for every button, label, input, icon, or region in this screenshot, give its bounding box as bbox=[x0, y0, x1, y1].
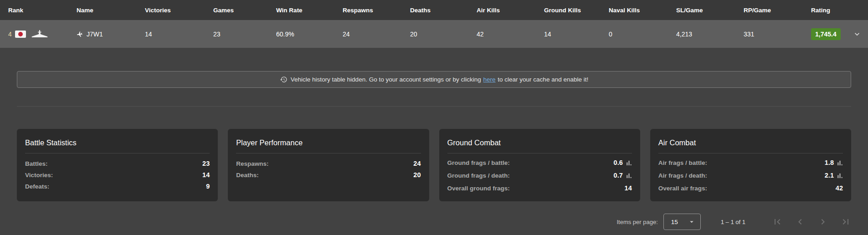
chevron-down-icon bbox=[853, 30, 862, 39]
stat-label: Ground frags / death: bbox=[447, 172, 510, 179]
stat-row-air-frags-battle: Air frags / battle: 1.8 bbox=[658, 159, 843, 166]
last-page-icon bbox=[840, 216, 851, 227]
previous-page-button[interactable] bbox=[795, 216, 806, 227]
items-per-page-label: Items per page: bbox=[616, 219, 657, 225]
items-per-page-select[interactable]: 15 bbox=[663, 214, 701, 230]
rating-badge: 1,745.4 bbox=[811, 28, 841, 40]
stat-row-defeats: Defeats: 9 bbox=[25, 183, 210, 190]
pagination-buttons bbox=[760, 216, 851, 227]
stat-value: 14 bbox=[625, 184, 632, 192]
col-header-air-kills[interactable]: Air Kills bbox=[477, 7, 544, 14]
stat-row-respawns: Respawns: 24 bbox=[236, 160, 421, 167]
notice-text-before: Vehicle history table hidden. Go to your… bbox=[291, 76, 481, 83]
col-header-victories[interactable]: Victories bbox=[145, 7, 213, 14]
first-page-icon bbox=[772, 216, 783, 227]
stat-label: Deaths: bbox=[236, 172, 259, 179]
stat-row-ground-frags-battle: Ground frags / battle: 0.6 bbox=[447, 159, 632, 166]
notice-text-after: to clear your cache and enable it! bbox=[498, 76, 588, 83]
bar-chart-icon[interactable] bbox=[837, 173, 843, 179]
col-header-ground-kills[interactable]: Ground Kills bbox=[544, 7, 609, 14]
col-header-games[interactable]: Games bbox=[213, 7, 276, 14]
naval-kills-value: 0 bbox=[609, 31, 676, 38]
stat-value: 24 bbox=[413, 160, 421, 167]
paginator: Items per page: 15 1 – 1 of 1 bbox=[17, 210, 851, 234]
chevron-left-icon bbox=[795, 216, 806, 227]
card-title: Air Combat bbox=[658, 134, 843, 153]
stat-row-deaths: Deaths: 20 bbox=[236, 171, 421, 179]
expand-row-button[interactable] bbox=[845, 30, 868, 39]
dropdown-arrow-icon bbox=[688, 218, 696, 226]
col-header-deaths[interactable]: Deaths bbox=[410, 7, 477, 14]
section-divider bbox=[17, 106, 851, 107]
victories-value: 14 bbox=[145, 31, 213, 38]
col-header-respawns[interactable]: Respawns bbox=[343, 7, 410, 14]
col-header-win-rate[interactable]: Win Rate bbox=[276, 7, 343, 14]
page-range-label: 1 – 1 of 1 bbox=[721, 219, 745, 225]
stat-value: 14 bbox=[202, 171, 210, 179]
col-header-name[interactable]: Name bbox=[77, 7, 145, 14]
rank-cell: 4 bbox=[8, 29, 77, 39]
air-kills-value: 42 bbox=[477, 31, 544, 38]
stat-label: Defeats: bbox=[25, 183, 49, 190]
sl-game-value: 4,213 bbox=[676, 31, 744, 38]
col-header-rp-game[interactable]: RP/Game bbox=[744, 7, 811, 14]
card-title: Player Performance bbox=[236, 134, 421, 153]
ground-kills-value: 14 bbox=[544, 31, 609, 38]
card-title: Battle Statistics bbox=[25, 134, 210, 153]
stat-cards: Battle Statistics Battles: 23 Victories:… bbox=[17, 129, 851, 201]
vehicle-history-notice: Vehicle history table hidden. Go to your… bbox=[17, 71, 851, 88]
col-header-rank[interactable]: Rank bbox=[8, 7, 77, 14]
last-page-button[interactable] bbox=[840, 216, 851, 227]
win-rate-value: 60.9% bbox=[276, 31, 343, 38]
first-page-button[interactable] bbox=[772, 216, 783, 227]
stat-value: 9 bbox=[206, 183, 210, 190]
vehicle-table-header: Rank Name Victories Games Win Rate Respa… bbox=[0, 0, 868, 20]
col-header-naval-kills[interactable]: Naval Kills bbox=[609, 7, 676, 14]
bar-chart-icon[interactable] bbox=[626, 173, 632, 179]
stat-label: Air frags / death: bbox=[658, 172, 707, 179]
player-performance-card: Player Performance Respawns: 24 Deaths: … bbox=[228, 129, 429, 201]
bar-chart-icon[interactable] bbox=[626, 160, 632, 166]
stat-row-overall-ground-frags: Overall ground frags: 14 bbox=[447, 184, 632, 192]
rank-value: 4 bbox=[8, 31, 13, 38]
vehicle-table-row[interactable]: 4 J7W1 14 23 60.9% 24 20 42 14 0 4,213 3… bbox=[0, 20, 868, 48]
stat-row-overall-air-frags: Overall air frags: 42 bbox=[658, 184, 843, 192]
respawns-value: 24 bbox=[343, 31, 410, 38]
deaths-value: 20 bbox=[410, 31, 477, 38]
battle-statistics-card: Battle Statistics Battles: 23 Victories:… bbox=[17, 129, 218, 201]
clear-cache-link[interactable]: here bbox=[483, 76, 496, 83]
stat-row-air-frags-death: Air frags / death: 2.1 bbox=[658, 172, 843, 179]
stat-value: 1.8 bbox=[825, 159, 843, 166]
chevron-right-icon bbox=[817, 216, 828, 227]
col-header-sl-game[interactable]: SL/Game bbox=[676, 7, 744, 14]
history-icon bbox=[280, 76, 288, 83]
col-header-rating[interactable]: Rating bbox=[811, 7, 845, 14]
ground-combat-card: Ground Combat Ground frags / battle: 0.6… bbox=[439, 129, 640, 201]
stat-label: Battles: bbox=[25, 160, 48, 167]
stat-label: Overall air frags: bbox=[658, 185, 707, 192]
stat-row-ground-frags-death: Ground frags / death: 0.7 bbox=[447, 172, 632, 179]
small-plane-icon bbox=[76, 30, 83, 37]
airplane-front-icon bbox=[31, 29, 48, 39]
stat-label: Overall ground frags: bbox=[447, 185, 510, 192]
vehicle-name: J7W1 bbox=[87, 31, 103, 38]
stat-value: 2.1 bbox=[825, 172, 843, 179]
stat-row-victories: Victories: 14 bbox=[25, 171, 210, 179]
stat-value: 0.6 bbox=[614, 159, 632, 166]
games-value: 23 bbox=[213, 31, 276, 38]
rating-cell: 1,745.4 bbox=[811, 28, 845, 40]
vehicle-name-cell[interactable]: J7W1 bbox=[77, 31, 145, 38]
stat-row-battles: Battles: 23 bbox=[25, 160, 210, 167]
bar-chart-icon[interactable] bbox=[837, 160, 843, 166]
stat-value: 23 bbox=[202, 160, 210, 167]
next-page-button[interactable] bbox=[817, 216, 828, 227]
stat-label: Air frags / battle: bbox=[658, 159, 707, 166]
stat-label: Ground frags / battle: bbox=[447, 159, 510, 166]
stat-label: Respawns: bbox=[236, 160, 268, 167]
rp-game-value: 331 bbox=[744, 31, 811, 38]
stat-label: Victories: bbox=[25, 172, 53, 179]
japan-flag-icon bbox=[15, 31, 26, 38]
air-combat-card: Air Combat Air frags / battle: 1.8 Air f… bbox=[650, 129, 851, 201]
card-title: Ground Combat bbox=[447, 134, 632, 153]
stat-value: 42 bbox=[836, 184, 843, 192]
